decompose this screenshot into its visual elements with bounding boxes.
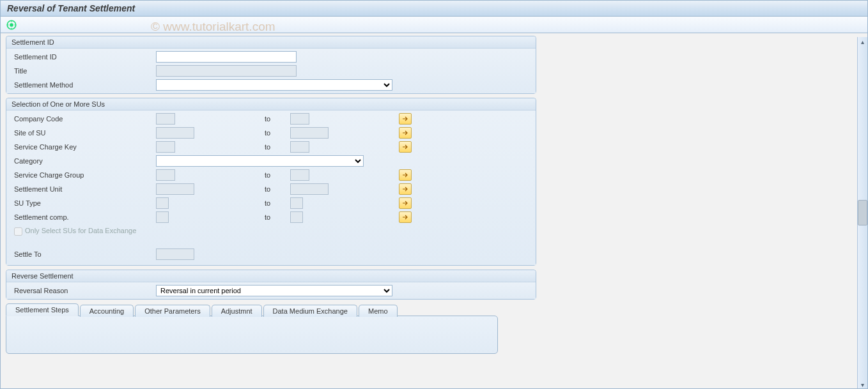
execute-icon[interactable] — [6, 19, 17, 31]
su-type-to[interactable] — [290, 197, 303, 209]
company-code-to[interactable] — [290, 113, 309, 125]
to-label: to — [252, 143, 290, 151]
service-charge-key-from[interactable] — [156, 141, 175, 153]
site-of-su-range-button[interactable] — [399, 127, 412, 139]
to-label: to — [252, 115, 290, 123]
company-code-from[interactable] — [156, 113, 175, 125]
settle-to-label: Settle To — [9, 250, 156, 258]
title-input — [156, 65, 297, 77]
sap-window: Reversal of Tenant Settlement © www.tuto… — [0, 0, 868, 389]
su-type-range-button[interactable] — [399, 197, 412, 209]
page-title: Reversal of Tenant Settlement — [1, 1, 867, 17]
group-su-selection: Selection of One or More SUs Company Cod… — [6, 98, 536, 266]
settlement-unit-label: Settlement Unit — [9, 185, 156, 193]
company-code-label: Company Code — [9, 115, 156, 123]
reversal-reason-label: Reversal Reason — [9, 287, 156, 294]
tabstrip: Settlement Steps Accounting Other Parame… — [6, 303, 498, 354]
service-charge-group-range-button[interactable] — [399, 169, 412, 181]
scroll-down-icon[interactable]: ▾ — [858, 380, 867, 388]
service-charge-group-label: Service Charge Group — [9, 171, 156, 179]
title-label: Title — [9, 67, 156, 75]
tab-other-parameters[interactable]: Other Parameters — [135, 305, 210, 317]
group-reverse-settlement-title: Reverse Settlement — [6, 270, 536, 282]
company-code-range-button[interactable] — [399, 113, 412, 125]
scrollbar-thumb[interactable] — [858, 200, 867, 225]
only-select-sus-checkbox-row: Only Select SUs for Data Exchange — [9, 225, 136, 238]
only-select-sus-checkbox — [14, 227, 22, 236]
category-select[interactable] — [156, 155, 364, 167]
settlement-unit-from[interactable] — [156, 183, 194, 195]
content-area: Settlement ID Settlement ID Title Settle… — [1, 33, 867, 389]
category-label: Category — [9, 157, 156, 165]
settlement-comp-range-button[interactable] — [399, 211, 412, 223]
service-charge-group-to[interactable] — [290, 169, 309, 181]
scroll-up-icon[interactable]: ▴ — [858, 37, 867, 45]
tab-content — [6, 316, 498, 354]
settlement-unit-to[interactable] — [290, 183, 329, 195]
site-of-su-from[interactable] — [156, 127, 194, 139]
group-settlement-id-title: Settlement ID — [6, 36, 536, 49]
service-charge-key-range-button[interactable] — [399, 141, 412, 153]
site-of-su-to[interactable] — [290, 127, 329, 139]
app-toolbar — [1, 17, 867, 33]
settlement-id-input[interactable] — [156, 51, 297, 63]
site-of-su-label: Site of SU — [9, 129, 156, 137]
settlement-unit-range-button[interactable] — [399, 183, 412, 195]
service-charge-group-from[interactable] — [156, 169, 175, 181]
vertical-scrollbar[interactable]: ▴ ▾ — [857, 37, 867, 388]
to-label: to — [252, 199, 290, 207]
only-select-sus-label: Only Select SUs for Data Exchange — [25, 227, 136, 234]
svg-point-1 — [10, 23, 13, 27]
settlement-method-label: Settlement Method — [9, 81, 156, 89]
settlement-id-label: Settlement ID — [9, 53, 156, 61]
service-charge-key-to[interactable] — [290, 141, 309, 153]
tab-accounting[interactable]: Accounting — [80, 305, 134, 317]
reversal-reason-select[interactable]: Reversal in current period — [156, 285, 392, 296]
settlement-comp-label: Settlement comp. — [9, 213, 156, 221]
tab-memo[interactable]: Memo — [359, 305, 398, 317]
settlement-comp-to[interactable] — [290, 211, 303, 223]
to-label: to — [252, 185, 290, 193]
settlement-comp-from[interactable] — [156, 211, 169, 223]
group-settlement-id: Settlement ID Settlement ID Title Settle… — [6, 36, 536, 94]
tab-settlement-steps[interactable]: Settlement Steps — [6, 303, 79, 316]
to-label: to — [252, 171, 290, 179]
su-type-label: SU Type — [9, 199, 156, 207]
service-charge-key-label: Service Charge Key — [9, 143, 156, 151]
to-label: to — [252, 213, 290, 221]
tab-data-medium-exchange[interactable]: Data Medium Exchange — [263, 305, 357, 317]
group-reverse-settlement: Reverse Settlement Reversal Reason Rever… — [6, 270, 536, 300]
su-type-from[interactable] — [156, 197, 169, 209]
settle-to-input[interactable] — [156, 248, 194, 260]
settlement-method-select[interactable] — [156, 79, 392, 91]
tab-adjustmnt[interactable]: Adjustmnt — [212, 305, 262, 317]
to-label: to — [252, 129, 290, 137]
group-su-selection-title: Selection of One or More SUs — [6, 98, 536, 111]
